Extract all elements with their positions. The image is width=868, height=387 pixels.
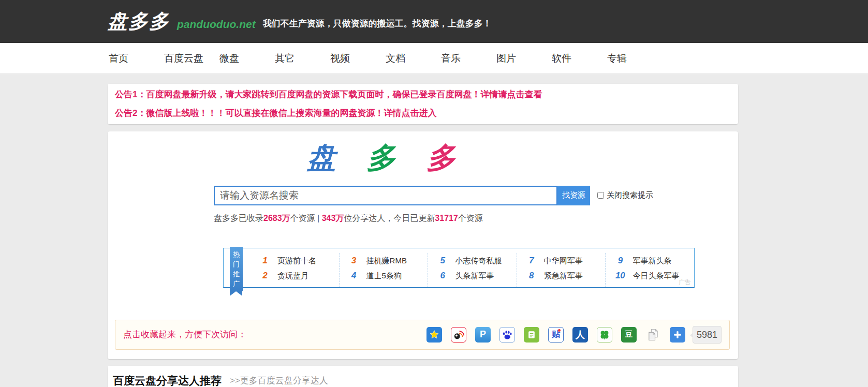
main-content: 公告1：百度网盘最新升级，请大家跳转到百度网盘的资源下载页面时，确保已登录百度网…	[108, 74, 738, 387]
renren-icon[interactable]: 人	[572, 327, 588, 343]
icon-glyph: P	[480, 329, 486, 340]
kaixin-clover-icon[interactable]	[597, 327, 612, 343]
hot-rank: 6	[436, 268, 449, 283]
hot-rank: 10	[614, 268, 626, 283]
nav-item-weipan[interactable]: 微盘	[219, 43, 275, 74]
site-domain: panduoduo.net	[177, 18, 256, 31]
share-count[interactable]: 5981	[693, 326, 722, 344]
announcement-card: 公告1：百度网盘最新升级，请大家跳转到百度网盘的资源下载页面时，确保已登录百度网…	[108, 84, 738, 124]
search-card: 盘 多 多 找资源 关闭搜索提示 盘多多已收录2683万个资源 | 343万位分…	[108, 131, 738, 359]
nav-item-video[interactable]: 视频	[330, 43, 386, 74]
recommend-card: 百度云盘分享达人推荐 >>更多百度云盘分享达人	[108, 366, 738, 387]
hot-promo-box: 热门推广 1 页游前十名 2 贪玩蓝月 3	[223, 248, 695, 288]
hot-item: 7 中华网军事	[517, 253, 606, 268]
hot-column: 3 挂机赚RMB 4 道士5条狗	[340, 253, 429, 287]
hot-column: 5 小志传奇私服 6 头条新军事	[428, 253, 517, 287]
stats-text: 位分享达人，今日已更新	[344, 214, 435, 222]
hot-link[interactable]: 挂机赚RMB	[366, 253, 407, 268]
hot-item: 4 道士5条狗	[340, 268, 428, 283]
site-logo[interactable]: 盘多多	[108, 8, 170, 35]
hot-link[interactable]: 小志传奇私服	[455, 253, 502, 268]
hot-ribbon: 热门推广	[230, 247, 243, 291]
hot-link[interactable]: 道士5条狗	[366, 268, 402, 283]
hot-item: 6 头条新军事	[428, 268, 517, 283]
qzone-icon[interactable]	[426, 327, 442, 343]
hint-label: 关闭搜索提示	[607, 190, 653, 200]
stats-total-resources: 2683万	[263, 214, 290, 222]
sina-weibo-icon[interactable]	[451, 327, 466, 343]
hot-column: 1 页游前十名 2 贪玩蓝月	[251, 253, 340, 287]
nav-item-album[interactable]: 专辑	[607, 43, 663, 74]
baidu-home-icon[interactable]	[524, 327, 539, 343]
hot-link[interactable]: 贪玩蓝月	[277, 268, 308, 283]
page: 盘多多 panduoduo.net 我们不生产资源，只做资源的搬运工。找资源，上…	[0, 0, 868, 387]
baidu-collect-icon[interactable]	[499, 327, 515, 343]
icon-glyph: 贴	[552, 329, 560, 340]
hot-rank: 8	[525, 268, 538, 283]
hot-link[interactable]: 头条新军事	[455, 268, 494, 283]
icon-glyph: 人	[576, 329, 585, 341]
hot-rank: 2	[259, 268, 271, 283]
nav-item-image[interactable]: 图片	[496, 43, 552, 74]
announcement-2[interactable]: 公告2：微信版上线啦！！！可以直接在微信上搜索海量的网盘资源！详情点击进入	[115, 104, 731, 123]
hot-rank: 9	[614, 253, 626, 268]
nav-item-music[interactable]: 音乐	[441, 43, 496, 74]
share-icons: P 贴 人	[426, 327, 685, 343]
share-more-icon[interactable]	[670, 327, 685, 343]
hot-item: 3 挂机赚RMB	[340, 253, 428, 268]
tieba-icon[interactable]: 贴	[548, 327, 564, 343]
hot-item: 9 军事新头条	[606, 253, 694, 268]
copy-link-icon[interactable]	[645, 327, 661, 343]
hot-link[interactable]: 今日头条军事	[632, 268, 679, 283]
nav-item-other[interactable]: 其它	[275, 43, 330, 74]
hot-item: 1 页游前十名	[251, 253, 339, 268]
nav-item-home[interactable]: 首页	[109, 43, 164, 74]
recommend-title: 百度云盘分享达人推荐	[113, 374, 222, 387]
hot-link[interactable]: 中华网军事	[544, 253, 583, 268]
hot-link[interactable]: 军事新头条	[632, 253, 671, 268]
bookmark-bar: 点击收藏起来，方便下次访问： P	[115, 320, 730, 350]
hot-grid: 1 页游前十名 2 贪玩蓝月 3 挂机赚RMB	[251, 248, 694, 287]
main-nav: 首页 百度云盘 微盘 其它 视频 文档 音乐 图片 软件 专辑	[0, 43, 868, 74]
bookmark-text: 点击收藏起来，方便下次访问：	[123, 329, 246, 340]
stats-line: 盘多多已收录2683万个资源 | 343万位分享达人，今日已更新31717个资源	[214, 213, 738, 224]
hot-rank: 3	[348, 253, 360, 268]
ad-label: 广告	[679, 278, 691, 287]
recommend-more-link[interactable]: >>更多百度云盘分享达人	[230, 375, 328, 386]
nav-item-document[interactable]: 文档	[386, 43, 441, 74]
hot-rank: 4	[348, 268, 360, 283]
stats-text: 盘多多已收录	[214, 214, 263, 222]
hot-item: 8 紧急新军事	[517, 268, 606, 283]
search-row: 找资源 关闭搜索提示	[214, 186, 738, 205]
hot-rank: 1	[259, 253, 271, 268]
hint-checkbox[interactable]	[597, 192, 604, 199]
tencent-weibo-icon[interactable]: P	[475, 327, 491, 343]
search-hint-toggle[interactable]: 关闭搜索提示	[597, 190, 653, 200]
douban-icon[interactable]: 豆	[621, 327, 637, 343]
hot-rank: 7	[525, 253, 538, 268]
stats-sharers: 343万	[322, 214, 344, 222]
big-logo: 盘 多 多	[307, 143, 738, 173]
big-logo-char-1: 盘	[307, 141, 347, 174]
hot-link[interactable]: 页游前十名	[277, 253, 316, 268]
hot-column: 7 中华网军事 8 紧急新军事	[517, 253, 606, 287]
icon-glyph: 豆	[625, 330, 633, 339]
hot-item: 2 贪玩蓝月	[251, 268, 339, 283]
stats-text: 个资源	[458, 214, 483, 222]
hot-rank: 5	[436, 253, 449, 268]
nav-item-baidu-cloud[interactable]: 百度云盘	[164, 43, 219, 74]
stats-text: 个资源 |	[290, 214, 322, 222]
hot-link[interactable]: 紧急新军事	[544, 268, 583, 283]
search-input[interactable]	[214, 186, 557, 205]
search-button[interactable]: 找资源	[557, 186, 590, 205]
nav-item-software[interactable]: 软件	[552, 43, 607, 74]
big-logo-char-3: 多	[426, 141, 467, 174]
stats-today-updated: 31717	[435, 214, 458, 222]
site-header: 盘多多 panduoduo.net 我们不生产资源，只做资源的搬运工。找资源，上…	[0, 0, 868, 43]
site-tagline: 我们不生产资源，只做资源的搬运工。找资源，上盘多多！	[263, 18, 492, 29]
big-logo-char-2: 多	[367, 141, 407, 174]
hot-item: 5 小志传奇私服	[428, 253, 517, 268]
announcement-1[interactable]: 公告1：百度网盘最新升级，请大家跳转到百度网盘的资源下载页面时，确保已登录百度网…	[115, 85, 731, 104]
